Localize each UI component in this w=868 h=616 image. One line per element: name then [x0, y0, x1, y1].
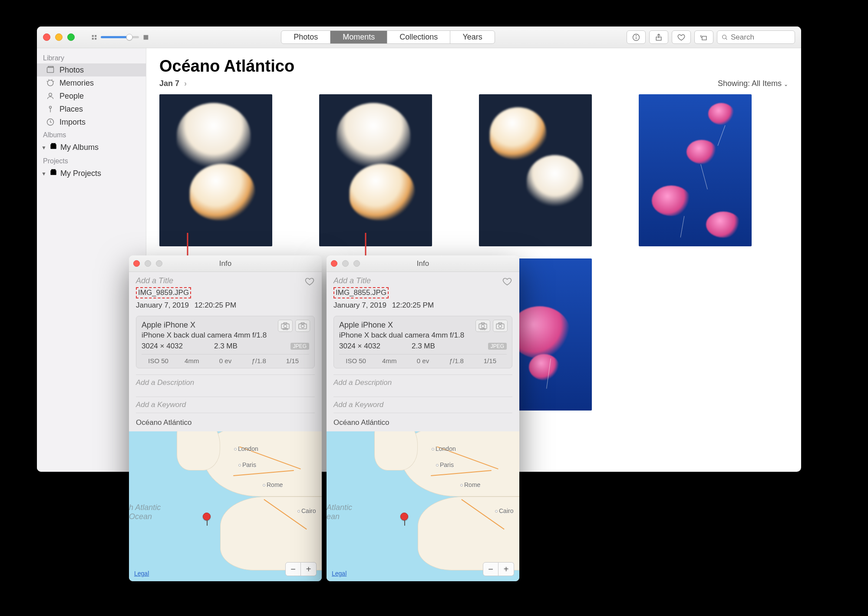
exif-shutter: 1/15	[473, 357, 507, 364]
image-dimensions: 3024 × 4032	[142, 342, 183, 351]
svg-rect-19	[50, 144, 56, 149]
photo-thumbnail[interactable]	[319, 94, 432, 246]
thumbnail-zoom-slider[interactable]	[91, 34, 149, 41]
map-city-rome: Rome	[460, 481, 480, 488]
svg-point-15	[49, 93, 52, 96]
moment-title: Océano Atlántico	[159, 57, 788, 76]
sidebar-item-my-projects[interactable]: ▼ My Projects	[37, 166, 146, 181]
info-window-title: Info	[129, 259, 322, 268]
share-button[interactable]	[649, 30, 668, 44]
map-pin[interactable]	[400, 513, 409, 525]
map-legal-link[interactable]: Legal	[332, 570, 347, 577]
map-legal-link[interactable]: Legal	[134, 570, 149, 577]
showing-filter[interactable]: Showing: All Items ⌄	[718, 79, 788, 88]
tab-collections[interactable]: Collections	[387, 31, 450, 43]
photo-location: Océano Atlántico	[129, 413, 322, 431]
camera-info-button[interactable]	[295, 320, 310, 332]
photo-time: 12:20:25 PM	[392, 301, 434, 309]
camera-lens: iPhone X back dual camera 4mm f/1.8	[142, 331, 309, 340]
tab-moments[interactable]: Moments	[330, 31, 387, 43]
sidebar-item-imports[interactable]: Imports	[37, 116, 146, 129]
sidebar-label: Memories	[59, 79, 94, 88]
map-pin[interactable]	[203, 513, 211, 525]
moment-date-link[interactable]: Jan 7 ›	[159, 79, 187, 88]
svg-rect-31	[481, 323, 484, 324]
map-city-cairo: Cairo	[495, 507, 513, 514]
map-city-paris: Paris	[238, 461, 256, 468]
map-city-rome: Rome	[263, 481, 283, 488]
svg-rect-28	[301, 323, 304, 324]
fullscreen-window-button[interactable]	[67, 33, 75, 41]
description-field[interactable]: Add a Description	[333, 374, 512, 391]
camera-info-button[interactable]	[493, 320, 508, 332]
sidebar-item-photos[interactable]: Photos	[37, 63, 146, 76]
imports-icon	[46, 117, 55, 127]
filename-highlight: IMG_9859.JPG	[136, 287, 191, 298]
description-field[interactable]: Add a Description	[136, 374, 315, 391]
exif-ev: 0 ev	[406, 357, 439, 364]
exif-shutter: 1/15	[276, 357, 309, 364]
svg-point-7	[636, 35, 637, 36]
chevron-right-icon: ›	[184, 79, 187, 88]
map-zoom-controls: − +	[483, 562, 514, 576]
moment-date: Jan 7	[159, 79, 179, 88]
photo-thumbnail[interactable]	[159, 94, 272, 246]
svg-rect-25	[284, 323, 287, 324]
location-map[interactable]: London Paris Rome Cairo h Atlantic Ocean…	[129, 431, 322, 581]
keyword-field[interactable]: Add a Keyword	[136, 397, 315, 413]
map-zoom-out-button[interactable]: −	[285, 562, 301, 576]
svg-rect-12	[47, 67, 54, 73]
format-badge: JPEG	[488, 343, 507, 350]
wb-label: WB	[283, 327, 288, 331]
window-controls	[43, 33, 75, 41]
svg-rect-22	[51, 169, 56, 171]
favorite-toggle[interactable]	[502, 276, 512, 289]
info-button[interactable]	[627, 30, 646, 44]
map-zoom-in-button[interactable]: +	[301, 562, 317, 576]
search-input[interactable]	[731, 33, 787, 42]
favorite-button[interactable]	[672, 30, 691, 44]
rotate-button[interactable]	[694, 30, 713, 44]
exif-ev: 0 ev	[208, 357, 242, 364]
sidebar-label: People	[59, 92, 84, 101]
close-window-button[interactable]	[43, 33, 50, 41]
sidebar-item-people[interactable]: People	[37, 89, 146, 103]
sidebar-label: Photos	[59, 66, 84, 75]
sidebar-item-memories[interactable]: Memories	[37, 76, 146, 89]
photo-thumbnail[interactable]	[639, 94, 752, 246]
sidebar-label: My Projects	[60, 169, 101, 178]
map-city-paris: Paris	[436, 461, 454, 468]
heart-icon	[502, 276, 512, 287]
map-zoom-out-button[interactable]: −	[483, 562, 498, 576]
exif-row: ISO 50 4mm 0 ev ƒ/1.8 1/15	[339, 354, 507, 364]
showing-label: Showing:	[718, 79, 750, 88]
sidebar-item-places[interactable]: Places	[37, 103, 146, 116]
photo-thumbnail[interactable]	[479, 94, 592, 246]
tab-photos[interactable]: Photos	[281, 31, 330, 43]
svg-rect-21	[50, 170, 56, 175]
tab-years[interactable]: Years	[450, 31, 494, 43]
search-field[interactable]	[717, 30, 795, 44]
share-icon	[654, 33, 663, 42]
map-zoom-in-button[interactable]: +	[498, 562, 514, 576]
svg-rect-20	[51, 143, 56, 145]
sidebar-section-projects: Projects	[37, 155, 146, 166]
sidebar-label: Imports	[59, 118, 86, 127]
favorite-toggle[interactable]	[304, 276, 315, 289]
title-field[interactable]: Add a Title	[333, 276, 512, 285]
title-field[interactable]: Add a Title	[136, 276, 315, 285]
svg-rect-1	[95, 35, 96, 36]
raw-wb-button[interactable]: WB	[475, 320, 490, 332]
keyword-field[interactable]: Add a Keyword	[333, 397, 512, 413]
info-titlebar: Info	[129, 255, 322, 272]
info-titlebar: Info	[327, 255, 519, 272]
sidebar-label: Places	[59, 105, 83, 114]
search-icon	[721, 34, 728, 41]
grid-large-icon	[142, 34, 149, 41]
minimize-window-button[interactable]	[55, 33, 63, 41]
toolbar-right	[627, 30, 795, 44]
raw-wb-button[interactable]: WB	[278, 320, 293, 332]
date-time: January 7, 2019 12:20:25 PM	[136, 301, 315, 310]
sidebar-item-my-albums[interactable]: ▼ My Albums	[37, 140, 146, 155]
location-map[interactable]: London Paris Rome Cairo Atlantic ean − +…	[327, 431, 519, 581]
